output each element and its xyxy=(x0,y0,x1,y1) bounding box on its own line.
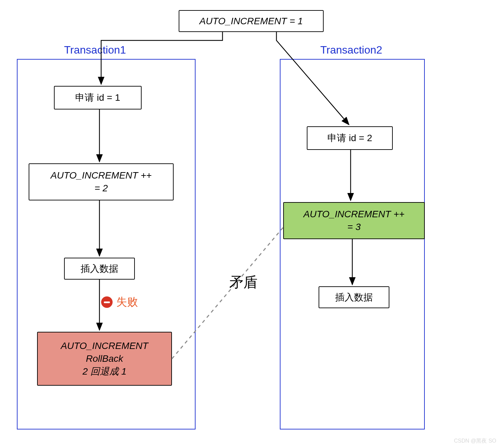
t2-step-insert: 插入数据 xyxy=(319,286,389,308)
t1-step-rollback: AUTO_INCREMENT RollBack 2 回退成 1 xyxy=(37,332,172,386)
top-auto-increment-box: AUTO_INCREMENT = 1 xyxy=(179,10,324,32)
watermark: CSDN @黑夜 SO xyxy=(454,438,496,445)
conflict-label: 矛盾 xyxy=(229,273,258,292)
transaction2-title: Transaction2 xyxy=(320,44,382,56)
t1-step-insert: 插入数据 xyxy=(64,258,135,280)
stop-icon xyxy=(101,296,113,308)
transaction1-title: Transaction1 xyxy=(64,44,126,56)
t2-step-request-id: 申请 id = 2 xyxy=(307,126,393,150)
fail-label: 失败 xyxy=(116,295,138,310)
t2-step-autoinc-3: AUTO_INCREMENT ++ = 3 xyxy=(283,202,425,239)
t1-step-autoinc-2: AUTO_INCREMENT ++ = 2 xyxy=(29,163,174,200)
transaction2-container xyxy=(280,59,425,429)
diagram-canvas: AUTO_INCREMENT = 1 Transaction1 Transact… xyxy=(0,0,503,448)
t1-step-request-id: 申请 id = 1 xyxy=(54,86,142,109)
